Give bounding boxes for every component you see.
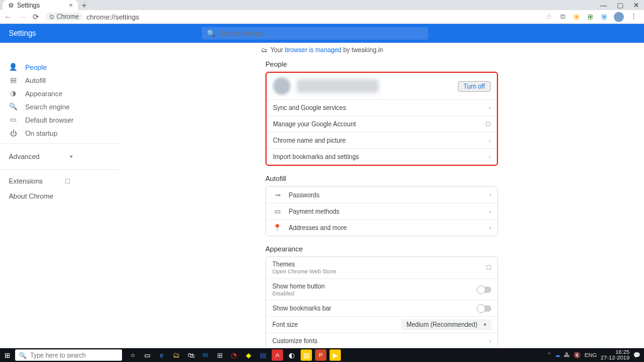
- taskbar-clock[interactable]: 16:25 27-12-2019: [601, 349, 630, 361]
- row-customize-fonts[interactable]: Customize fonts›: [266, 332, 497, 348]
- app-icon-2[interactable]: ◆: [243, 349, 254, 361]
- forward-button[interactable]: →: [18, 12, 26, 21]
- bookmarks-bar-toggle[interactable]: [477, 305, 491, 312]
- row-font-size[interactable]: Font size Medium (Recommended)▾: [266, 316, 497, 332]
- minimize-button[interactable]: —: [600, 1, 607, 9]
- app-icon-4[interactable]: ▶: [330, 349, 341, 361]
- notifications-icon[interactable]: 💬: [633, 352, 640, 358]
- sidebar-item-label: People: [25, 63, 47, 71]
- profile-name-blurred: [297, 79, 379, 93]
- sidebar: 👤People ▤Autofill ◑Appearance 🔍Search en…: [0, 57, 119, 348]
- reload-button[interactable]: ⟳: [33, 13, 39, 21]
- maximize-button[interactable]: ▢: [617, 1, 623, 9]
- notes-icon[interactable]: ▧: [301, 349, 312, 361]
- onedrive-icon[interactable]: ☁: [555, 352, 560, 358]
- language-indicator[interactable]: ENG: [584, 352, 597, 358]
- chevron-right-icon: ›: [489, 209, 491, 215]
- sidebar-item-default-browser[interactable]: ▭Default browser: [0, 113, 119, 126]
- mail-icon[interactable]: ✉: [199, 349, 211, 361]
- acrobat-icon[interactable]: A: [272, 349, 283, 361]
- search-icon: 🔍: [19, 352, 26, 359]
- close-button[interactable]: ✕: [633, 1, 639, 9]
- sidebar-item-search-engine[interactable]: 🔍Search engine: [0, 100, 119, 113]
- sidebar-item-label: Default browser: [25, 116, 74, 124]
- menu-icon[interactable]: ⋮: [629, 13, 638, 21]
- turn-off-button[interactable]: Turn off: [458, 81, 491, 92]
- back-button[interactable]: ←: [4, 12, 12, 21]
- section-title-people: People: [265, 60, 498, 68]
- start-button[interactable]: ⊞: [0, 348, 14, 362]
- page-title: Settings: [0, 29, 36, 38]
- row-import-bookmarks[interactable]: Import bookmarks and settings›: [267, 148, 497, 165]
- bookmark-icon[interactable]: ☆: [545, 13, 553, 21]
- sidebar-about[interactable]: About Chrome: [0, 189, 119, 204]
- url-text: chrome://settings: [87, 13, 140, 21]
- browser-toolbar: ← → ⟳ ⊙ Chrome chrome://settings ☆ ⧉ ⛨ ⛨…: [0, 10, 644, 24]
- row-home-button[interactable]: Show home buttonDisabled: [266, 278, 497, 300]
- browser-tab[interactable]: ⚙ Settings ×: [3, 0, 78, 10]
- chevron-right-icon: ›: [489, 192, 491, 198]
- row-payment[interactable]: ▭Payment methods›: [266, 203, 497, 219]
- address-bar[interactable]: ⊙ Chrome chrome://settings: [45, 13, 538, 21]
- row-sync[interactable]: Sync and Google services›: [267, 99, 497, 116]
- settings-icon: ⚙: [8, 2, 14, 8]
- volume-icon[interactable]: 🔇: [574, 352, 580, 358]
- sidebar-extensions[interactable]: Extensions☐: [0, 173, 119, 189]
- cortana-icon[interactable]: ○: [127, 349, 138, 361]
- sidebar-advanced[interactable]: Advanced▾: [0, 148, 119, 165]
- sidebar-item-autofill[interactable]: ▤Autofill: [0, 74, 119, 87]
- powerpoint-icon[interactable]: P: [315, 349, 326, 361]
- sidebar-item-label: Appearance: [25, 90, 62, 97]
- store-icon[interactable]: 🛍: [185, 349, 196, 361]
- profile-avatar[interactable]: [614, 12, 624, 22]
- row-addresses[interactable]: 📍Addresses and more›: [266, 219, 497, 236]
- autofill-icon: ▤: [9, 76, 18, 84]
- tab-title: Settings: [17, 2, 40, 9]
- row-bookmarks-bar[interactable]: Show bookmarks bar: [266, 300, 497, 316]
- chrome-icon[interactable]: ◐: [286, 349, 297, 361]
- sidebar-item-appearance[interactable]: ◑Appearance: [0, 87, 119, 100]
- chevron-right-icon: ›: [489, 225, 491, 231]
- taskbar-search[interactable]: 🔍: [15, 349, 122, 361]
- appearance-card: ThemesOpen Chrome Web Store ☐ Show home …: [265, 256, 498, 348]
- explorer-icon[interactable]: 🗂: [170, 349, 182, 361]
- sidebar-item-on-startup[interactable]: ⏻On startup: [0, 126, 119, 140]
- chevron-down-icon: ▾: [70, 153, 73, 160]
- card-icon: ▭: [272, 207, 282, 216]
- network-icon[interactable]: 🖧: [564, 352, 570, 358]
- extension-icon-1[interactable]: ⧉: [558, 13, 567, 21]
- tray-up-icon[interactable]: ˄: [548, 352, 551, 358]
- sidebar-item-label: On startup: [25, 129, 57, 137]
- main-content: People Turn off Sync and Google services…: [119, 57, 644, 348]
- managed-banner: 🗂 Your browser is managed by tweaking.in: [0, 43, 644, 57]
- sidebar-item-label: Search engine: [25, 103, 70, 111]
- person-icon: 👤: [9, 63, 18, 71]
- row-themes[interactable]: ThemesOpen Chrome Web Store ☐: [266, 257, 497, 278]
- shield-blue-icon[interactable]: ⛨: [600, 13, 609, 21]
- managed-link[interactable]: browser is managed: [285, 47, 341, 53]
- titlebar: ⚙ Settings × + — ▢ ✕: [0, 0, 644, 10]
- browser-icon: ▭: [9, 116, 18, 124]
- tab-close-icon[interactable]: ×: [69, 1, 73, 9]
- sidebar-item-people[interactable]: 👤People: [0, 60, 119, 74]
- row-manage-account[interactable]: Manage your Google Account☐: [267, 116, 497, 132]
- edge-icon[interactable]: e: [156, 349, 167, 361]
- taskbar-search-input[interactable]: [30, 352, 118, 359]
- people-card: Turn off Sync and Google services› Manag…: [265, 72, 498, 166]
- external-link-icon: ☐: [65, 178, 70, 185]
- app-icon-1[interactable]: ◔: [228, 349, 240, 361]
- home-button-toggle[interactable]: [477, 287, 491, 293]
- dropdown-icon: ▾: [484, 322, 486, 327]
- shield-green-icon[interactable]: ⛨: [586, 13, 595, 21]
- row-chrome-name[interactable]: Chrome name and picture›: [267, 132, 497, 148]
- chevron-right-icon: ›: [489, 105, 491, 111]
- shield-orange-icon[interactable]: ⛨: [572, 13, 581, 21]
- search-settings-box[interactable]: 🔍: [202, 27, 428, 40]
- search-input[interactable]: [219, 30, 423, 37]
- app-icon-3[interactable]: ▤: [257, 349, 269, 361]
- font-size-select[interactable]: Medium (Recommended)▾: [401, 319, 491, 330]
- new-tab-button[interactable]: +: [82, 1, 87, 10]
- row-passwords[interactable]: ⊸Passwords›: [266, 187, 497, 203]
- task-view-icon[interactable]: ▭: [142, 349, 153, 361]
- calc-icon[interactable]: ⊞: [214, 349, 225, 361]
